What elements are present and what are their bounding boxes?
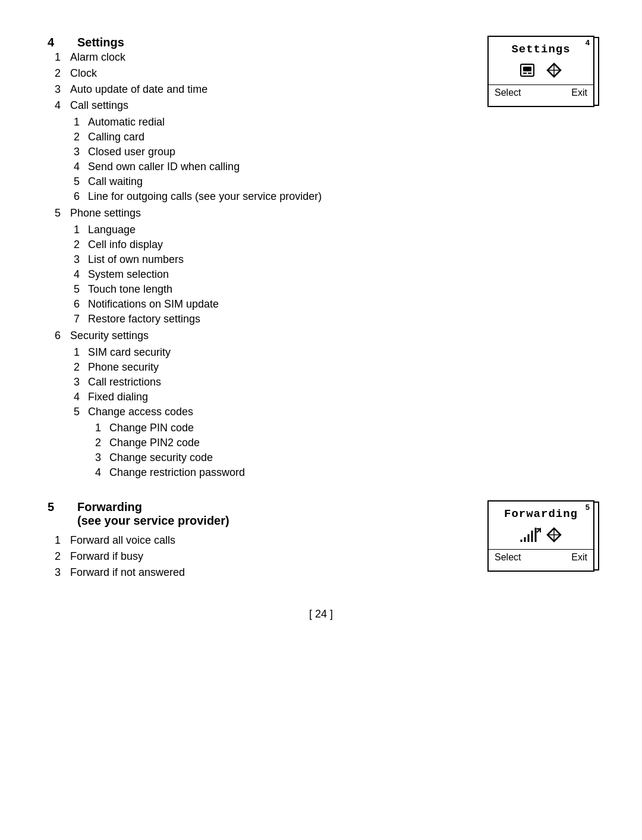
- phone-settings-sublist: 1 Language 2 Cell info display 3 List of…: [69, 222, 470, 327]
- list-item: 5 Change access codes: [69, 405, 470, 419]
- item-num: 1: [69, 116, 80, 128]
- list-item: 1 Alarm clock: [48, 49, 470, 65]
- item-text: Change PIN code: [109, 422, 470, 434]
- list-item: 6 Line for outgoing calls (see your serv…: [69, 189, 470, 204]
- section-4-header: 4 Settings: [48, 36, 470, 49]
- item-text: Call settings: [70, 99, 470, 112]
- item-num: 4: [48, 99, 61, 112]
- item-text: Phone security: [88, 361, 470, 374]
- list-item: 6 Notifications on SIM update: [69, 297, 470, 312]
- screen-title: Forwarding: [489, 502, 593, 523]
- item-num: 2: [48, 550, 61, 563]
- item-text: Forward if not answered: [70, 566, 470, 579]
- item-text: Closed user group: [88, 146, 470, 158]
- item-text: Change security code: [109, 452, 470, 464]
- page-footer: [ 24 ]: [48, 608, 594, 620]
- page-content: 4 Settings 1 Alarm clock 2 Clock 3 Auto …: [48, 36, 594, 620]
- item-text: Clock: [70, 67, 470, 80]
- item-num: 1: [69, 224, 80, 236]
- item-num: 5: [48, 207, 61, 220]
- section-4-title: Settings: [77, 36, 124, 49]
- softkey-select: Select: [495, 552, 521, 563]
- softkey-exit: Exit: [571, 552, 587, 563]
- section-5-content: 5 Forwarding (see your service provider)…: [48, 500, 470, 581]
- screen-title: Settings: [489, 37, 593, 58]
- item-num: 5: [69, 175, 80, 188]
- forward-signal-icon: [520, 526, 543, 543]
- section-5: 5 Forwarding (see your service provider)…: [48, 500, 594, 581]
- item-num: 3: [69, 146, 80, 158]
- screen-icons: [489, 58, 593, 82]
- item-text: Language: [88, 224, 470, 236]
- item-text: System selection: [88, 268, 470, 281]
- item-text: List of own numbers: [88, 253, 470, 266]
- item-text: Automatic redial: [88, 116, 470, 128]
- item-text: Auto update of date and time: [70, 83, 470, 96]
- softkey-exit: Exit: [571, 87, 587, 98]
- list-item: 5 Phone settings: [48, 205, 470, 221]
- list-item: 2 Clock: [48, 65, 470, 82]
- section-4: 4 Settings 1 Alarm clock 2 Clock 3 Auto …: [48, 36, 594, 481]
- phone-screen-settings: 4 Settings: [487, 36, 594, 107]
- list-item: 4 System selection: [69, 267, 470, 282]
- item-num: 1: [69, 346, 80, 359]
- item-num: 2: [69, 239, 80, 251]
- item-text: Alarm clock: [70, 51, 470, 64]
- right-bracket: [593, 37, 599, 106]
- item-text: Line for outgoing calls (see your servic…: [88, 190, 470, 203]
- list-item: 3 Forward if not answered: [48, 565, 470, 581]
- access-codes-sublist: 1 Change PIN code 2 Change PIN2 code 3 C…: [90, 421, 470, 480]
- tab-number: 4: [586, 38, 590, 47]
- section-5-title: Forwarding: [77, 500, 229, 514]
- settings-mockup: 4 Settings: [487, 36, 594, 107]
- section-5-header: 5 Forwarding (see your service provider): [48, 500, 470, 528]
- item-text: Change restriction password: [109, 466, 470, 479]
- list-item: 3 Call restrictions: [69, 375, 470, 390]
- right-bracket-2: [593, 502, 599, 571]
- call-settings-sublist: 1 Automatic redial 2 Calling card 3 Clos…: [69, 115, 470, 204]
- list-item: 7 Restore factory settings: [69, 312, 470, 327]
- list-item: 2 Calling card: [69, 130, 470, 145]
- list-item: 3 List of own numbers: [69, 252, 470, 267]
- softkey-select: Select: [495, 87, 521, 98]
- item-num: 2: [69, 361, 80, 374]
- item-num: 3: [69, 253, 80, 266]
- item-text: Touch tone length: [88, 283, 470, 296]
- item-num: 4: [69, 391, 80, 403]
- item-text: Cell info display: [88, 239, 470, 251]
- list-item: 3 Change security code: [90, 450, 470, 465]
- forwarding-mockup: 5 Forwarding: [487, 500, 594, 572]
- list-item: 3 Auto update of date and time: [48, 82, 470, 98]
- item-text: Call waiting: [88, 175, 470, 188]
- item-text: Send own caller ID when calling: [88, 161, 470, 173]
- list-item: 3 Closed user group: [69, 145, 470, 159]
- item-num: 3: [90, 452, 101, 464]
- item-text: Forward if busy: [70, 550, 470, 563]
- item-num: 4: [90, 466, 101, 479]
- item-num: 1: [48, 51, 61, 64]
- item-num: 6: [69, 298, 80, 311]
- list-item: 6 Security settings: [48, 328, 470, 344]
- item-text: Notifications on SIM update: [88, 298, 470, 311]
- security-settings-sublist: 1 SIM card security 2 Phone security 3 C…: [69, 345, 470, 480]
- diamond-icon: [546, 62, 562, 78]
- item-num: 2: [69, 131, 80, 143]
- screen-icons: [489, 523, 593, 547]
- item-text: Change PIN2 code: [109, 437, 470, 449]
- page-number: [ 24 ]: [309, 608, 333, 620]
- item-text: SIM card security: [88, 346, 470, 359]
- list-item: 1 Language: [69, 222, 470, 237]
- item-text: Restore factory settings: [88, 313, 470, 325]
- list-item: 4 Send own caller ID when calling: [69, 159, 470, 174]
- svg-rect-1: [523, 67, 531, 71]
- list-item: 2 Change PIN2 code: [90, 435, 470, 450]
- item-num: 4: [69, 161, 80, 173]
- screen-softkeys: Select Exit: [489, 84, 593, 102]
- list-item: 1 Change PIN code: [90, 421, 470, 435]
- item-num: 7: [69, 313, 80, 325]
- item-num: 6: [48, 330, 61, 342]
- item-num: 2: [90, 437, 101, 449]
- tab-number: 5: [586, 503, 590, 512]
- item-num: 1: [90, 422, 101, 434]
- section-4-list: 1 Alarm clock 2 Clock 3 Auto update of d…: [48, 49, 470, 480]
